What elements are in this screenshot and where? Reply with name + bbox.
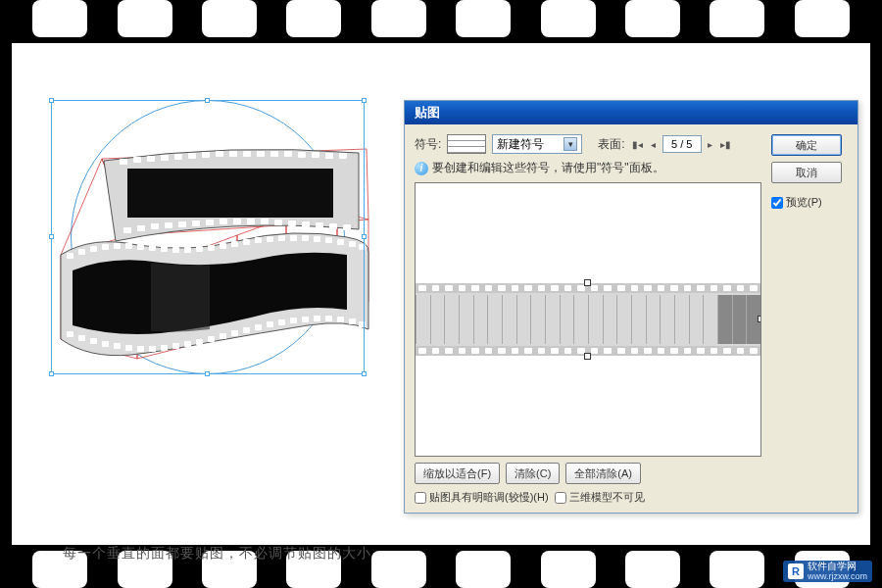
- symbol-dropdown-value: 新建符号: [497, 136, 560, 153]
- info-icon: i: [415, 162, 428, 175]
- watermark-url: www.rjzxw.com: [808, 571, 867, 581]
- nav-prev-icon[interactable]: ◂: [647, 137, 661, 151]
- transform-handle[interactable]: [584, 353, 591, 360]
- symbol-dropdown[interactable]: 新建符号 ▾: [492, 134, 582, 154]
- transform-handle[interactable]: [758, 316, 761, 322]
- nav-next-icon[interactable]: ▸: [704, 137, 717, 151]
- filmstrip-symbol-preview[interactable]: [416, 283, 760, 356]
- ok-button[interactable]: 确定: [771, 134, 842, 156]
- map-preview-area[interactable]: [415, 182, 761, 457]
- instruction-caption: 每一个垂直的面都要贴图，不必调节贴图的大小: [63, 545, 371, 563]
- surface-label: 表面:: [598, 136, 624, 153]
- surface-navigator: ▮◂ ◂ ▸ ▸▮: [631, 135, 733, 153]
- scale-to-fit-button[interactable]: 缩放以适合(F): [415, 463, 500, 484]
- film-border-top: [0, 0, 882, 37]
- dialog-titlebar[interactable]: 贴图: [405, 101, 858, 124]
- map-art-dialog: 贴图 符号: 新建符号 ▾ 表面: ▮◂ ◂ ▸: [404, 100, 858, 514]
- clear-all-button[interactable]: 全部清除(A): [565, 463, 641, 484]
- transform-handle[interactable]: [584, 279, 591, 286]
- watermark-brand: 软件自学网: [808, 562, 867, 571]
- invisible-geometry-checkbox[interactable]: 三维模型不可见: [555, 490, 645, 505]
- watermark: R 软件自学网 www.rjzxw.com: [783, 561, 872, 582]
- surface-index-input[interactable]: [662, 135, 702, 153]
- watermark-logo-icon: R: [788, 564, 804, 579]
- cancel-button[interactable]: 取消: [771, 162, 842, 183]
- selection-bounding-box[interactable]: [51, 100, 365, 374]
- preview-checkbox[interactable]: 预览(P): [771, 195, 848, 210]
- hint-text: 要创建和编辑这些符号，请使用"符号"面板。: [432, 160, 664, 176]
- symbol-label: 符号:: [415, 136, 441, 153]
- chevron-down-icon: ▾: [564, 137, 577, 151]
- nav-last-icon[interactable]: ▸▮: [719, 137, 733, 151]
- content-panel: 每一个垂直的面都要贴图，不必调节贴图的大小 贴图 符号: 新建符号 ▾ 表面: …: [12, 43, 870, 545]
- artwork-canvas[interactable]: 每一个垂直的面都要贴图，不必调节贴图的大小: [24, 100, 396, 514]
- shade-artwork-checkbox[interactable]: 贴图具有明暗调(较慢)(H): [415, 490, 549, 505]
- symbol-swatch[interactable]: [447, 134, 486, 154]
- dialog-title: 贴图: [415, 104, 440, 122]
- clear-button[interactable]: 清除(C): [506, 463, 560, 484]
- nav-first-icon[interactable]: ▮◂: [631, 137, 645, 151]
